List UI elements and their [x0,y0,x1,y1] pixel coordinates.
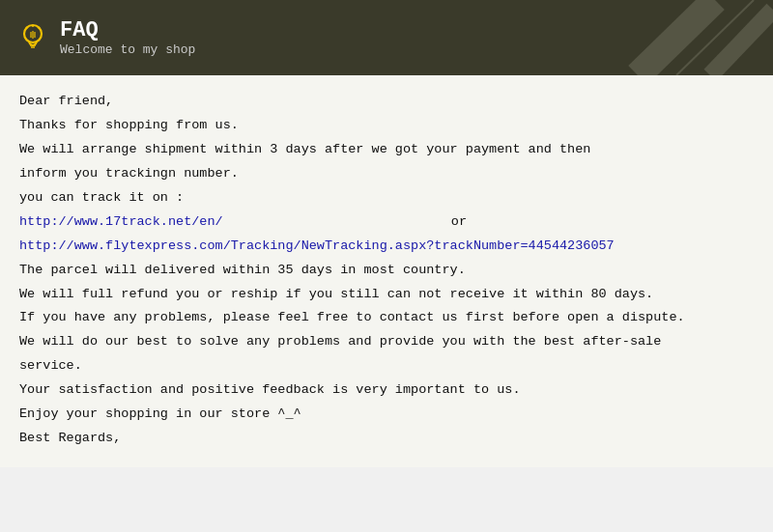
header-subtitle: Welcome to my shop [60,42,195,57]
line-6: http://www.17track.net/en/ or [19,211,754,234]
svg-line-9 [638,0,715,75]
header-title: FAQ [60,18,195,42]
line-13: Your satisfaction and positive feedback … [19,379,754,402]
line-3: We will arrange shipment within 3 days a… [19,139,754,161]
svg-line-11 [710,10,773,75]
link-flytexpress[interactable]: http://www.flytexpress.com/Tracking/NewT… [19,238,615,253]
line-5: you can track it on : [19,187,754,210]
header-text: FAQ Welcome to my shop [60,18,195,57]
link-17track[interactable]: http://www.17track.net/en/ [19,214,223,229]
line-8: The parcel will delivered within 35 days… [19,260,754,282]
header-decoration [560,0,773,75]
line-9: We will full refund you or reship if you… [19,284,754,306]
line-4: inform you trackingn number. [19,163,754,185]
line-10: If you have any problems, please feel fr… [19,307,754,329]
svg-line-4 [26,27,28,29]
svg-line-5 [39,27,41,29]
content-area: Dear friend, Thanks for shopping from us… [0,75,773,467]
line-11: We will do our best to solve any problem… [19,331,754,353]
line-12: service. [19,355,754,378]
line-15: Best Regards, [19,428,754,450]
header: FAQ Welcome to my shop [0,0,773,75]
line-7: http://www.flytexpress.com/Tracking/NewT… [19,236,754,258]
line-6b: or [451,214,467,229]
line-1: Dear friend, [19,91,754,113]
header-logo: FAQ Welcome to my shop [15,18,195,57]
lightbulb-icon [15,20,50,55]
line-14: Enjoy your shopping in our store ^_^ [19,404,754,426]
line-2: Thanks for shopping from us. [19,115,754,137]
